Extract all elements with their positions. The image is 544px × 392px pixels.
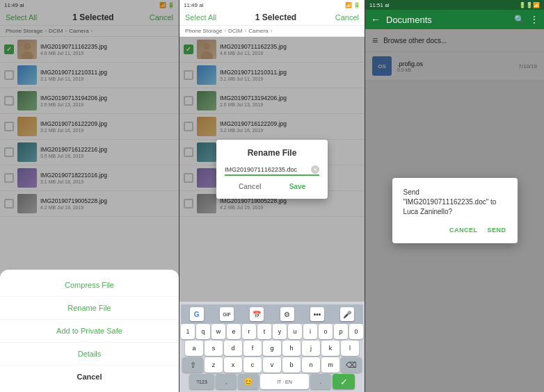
key-s[interactable]: s — [205, 341, 223, 356]
key-x[interactable]: x — [224, 357, 242, 373]
key-numbers[interactable]: ?123 — [189, 374, 214, 389]
key-e[interactable]: e — [227, 324, 241, 339]
status-icons-2: 📶 🔋 — [345, 2, 360, 8]
panel-1: 11:49 al 📶 🔋 Select All 1 Selected Cance… — [0, 0, 179, 392]
send-cancel-btn[interactable]: CANCEL — [449, 227, 478, 234]
context-menu-rename[interactable]: Rename File — [0, 297, 179, 320]
key-y[interactable]: y — [273, 324, 287, 339]
status-icons-3: 🔋🔋📶 — [519, 2, 540, 8]
key-w[interactable]: w — [211, 324, 225, 339]
status-bar-3: 11:51 al 🔋🔋📶 — [365, 0, 544, 10]
rename-cancel-btn[interactable]: Cancel — [239, 183, 262, 190]
back-btn-3[interactable]: ← — [371, 14, 381, 25]
send-confirm-btn[interactable]: SEND — [487, 227, 506, 234]
key-f[interactable]: f — [243, 341, 262, 356]
key-n[interactable]: n — [302, 357, 320, 373]
key-1[interactable]: 1 — [181, 324, 195, 339]
key-g[interactable]: g — [263, 341, 281, 356]
keyboard-settings-btn[interactable]: ⚙ — [280, 307, 294, 321]
keyboard-row-4: ?123 , 😊 IT · EN . ✓ — [181, 374, 363, 389]
key-z[interactable]: z — [205, 357, 223, 373]
key-i[interactable]: i — [303, 324, 317, 339]
key-h[interactable]: h — [282, 341, 301, 356]
key-p[interactable]: p — [334, 324, 348, 339]
search-icon-3[interactable]: 🔍 — [514, 15, 525, 24]
p3-header-actions: 🔍 ⋮ — [514, 15, 538, 24]
context-menu-details[interactable]: Details — [0, 343, 179, 366]
keyboard-more-btn[interactable]: ••• — [310, 307, 324, 321]
rename-save-btn[interactable]: Save — [289, 183, 305, 190]
key-k[interactable]: k — [321, 341, 339, 356]
key-comma[interactable]: , — [216, 374, 237, 389]
context-menu-private[interactable]: Add to Private Safe — [0, 320, 179, 343]
key-backspace[interactable]: ⌫ — [341, 357, 362, 373]
key-0[interactable]: 0 — [349, 324, 363, 339]
key-c[interactable]: c — [243, 357, 262, 373]
panel-2: 11:49 al 📶 🔋 Select All 1 Selected Cance… — [179, 0, 365, 392]
key-o[interactable]: o — [319, 324, 333, 339]
send-dialog: Send "IMG20190711162235.doc" to Luca Zan… — [392, 178, 518, 243]
context-menu-1: Compress File Rename File Add to Private… — [0, 270, 179, 392]
key-period[interactable]: . — [310, 374, 331, 389]
key-t[interactable]: t — [257, 324, 271, 339]
key-a[interactable]: a — [185, 341, 203, 356]
rename-dialog: Rename File ✕ Cancel Save — [216, 140, 328, 199]
keyboard-row-2: a s d f g h j k l — [181, 341, 363, 356]
key-v[interactable]: v — [263, 357, 281, 373]
key-l[interactable]: l — [341, 341, 359, 356]
key-shift[interactable]: ⇧ — [182, 357, 203, 373]
file-list-2: IMG20190711162235.jpg 4.8 MB Jul 11, 201… — [179, 37, 365, 302]
rename-dialog-actions: Cancel Save — [225, 183, 319, 190]
rename-dialog-overlay[interactable]: Rename File ✕ Cancel Save — [179, 37, 365, 302]
key-d[interactable]: d — [224, 341, 242, 356]
context-menu-overlay-1[interactable]: Compress File Rename File Add to Private… — [0, 0, 179, 392]
panel-3: 11:51 al 🔋🔋📶 ← Documents 🔍 ⋮ ≡ Browse ot… — [365, 0, 544, 392]
keyboard-mic-btn[interactable]: 🎤 — [340, 307, 354, 321]
menu-icon-3[interactable]: ⋮ — [530, 15, 538, 24]
rename-input-container: ✕ — [225, 165, 319, 176]
keyboard: G GIF 📅 ⚙ ••• 🎤 1 q w e r t y u i o p 0 … — [179, 302, 365, 392]
rename-dialog-title: Rename File — [225, 148, 319, 158]
p3-content: ≡ Browse other docs... OS .profig.os 0.0… — [365, 29, 544, 392]
p3-title: Documents — [386, 15, 509, 25]
keyboard-gif-btn[interactable]: GIF — [220, 307, 234, 321]
keyboard-calendar-btn[interactable]: 📅 — [250, 307, 264, 321]
keyboard-row-1: 1 q w e r t y u i o p 0 — [181, 324, 363, 339]
select-all-btn-2[interactable]: Select All — [185, 13, 216, 22]
key-r[interactable]: r — [242, 324, 256, 339]
key-u[interactable]: u — [288, 324, 302, 339]
selection-count-2: 1 Selected — [255, 13, 296, 22]
key-m[interactable]: m — [321, 357, 339, 373]
status-time-3: 11:51 al — [369, 2, 389, 8]
send-dialog-overlay[interactable]: Send "IMG20190711162235.doc" to Luca Zan… — [365, 29, 544, 392]
send-dialog-text: Send "IMG20190711162235.doc" to Luca Zan… — [403, 188, 506, 217]
key-q[interactable]: q — [196, 324, 210, 339]
status-bar-2: 11:49 al 📶 🔋 — [179, 0, 365, 10]
rename-input[interactable] — [225, 165, 311, 174]
p3-header: ← Documents 🔍 ⋮ — [365, 10, 544, 29]
cancel-btn-2[interactable]: Cancel — [335, 13, 359, 22]
keyboard-toolbar: G GIF 📅 ⚙ ••• 🎤 — [181, 304, 363, 324]
top-bar-2: Select All 1 Selected Cancel — [179, 10, 365, 26]
key-b[interactable]: b — [282, 357, 301, 373]
context-menu-cancel[interactable]: Cancel — [0, 366, 179, 388]
send-dialog-actions: CANCEL SEND — [403, 227, 506, 234]
breadcrumb-2: Phone Storage › DCIM › Camera › — [179, 26, 365, 37]
clear-input-btn[interactable]: ✕ — [311, 165, 319, 174]
keyboard-row-3: ⇧ z x c v b n m ⌫ — [181, 357, 363, 373]
key-emoji[interactable]: 😊 — [238, 374, 259, 389]
key-enter[interactable]: ✓ — [333, 374, 355, 389]
status-time-2: 11:49 al — [184, 2, 203, 8]
key-j[interactable]: j — [302, 341, 320, 356]
context-menu-compress[interactable]: Compress File — [0, 274, 179, 297]
key-space[interactable]: IT · EN — [260, 374, 309, 389]
keyboard-google-btn[interactable]: G — [190, 307, 204, 321]
